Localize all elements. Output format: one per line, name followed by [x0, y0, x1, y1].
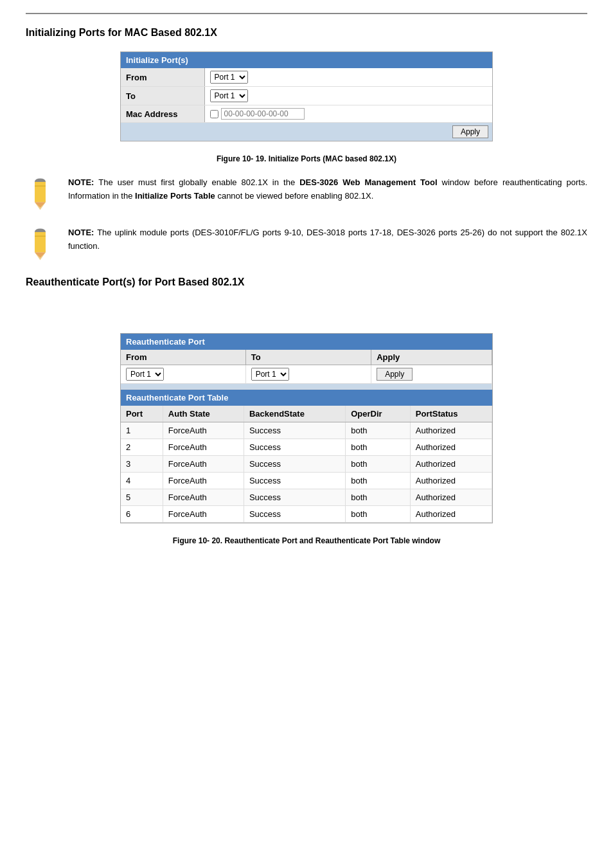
cell-port: 6: [121, 506, 163, 523]
reauth-to-select[interactable]: Port 1 Port 2 Port 3 Port 4 Port 5 Port …: [251, 368, 289, 381]
note1-prefix: NOTE: The user must first globally enabl…: [68, 177, 587, 201]
init-figure-caption: Figure 10- 19. Initialize Ports (MAC bas…: [26, 154, 587, 163]
note1-icon: [26, 176, 58, 213]
cell-auth_state: ForceAuth: [163, 456, 244, 473]
from-cell: Port 1 Port 2 Port 3 Port 4 Port 5 Port …: [204, 68, 492, 87]
svg-rect-1: [35, 181, 46, 202]
cell-oper_dir: both: [346, 489, 411, 506]
mac-row: Mac Address: [121, 105, 492, 123]
mac-cell: [204, 105, 492, 123]
cell-auth_state: ForceAuth: [163, 422, 244, 439]
from-label: From: [121, 68, 204, 87]
cell-port_status: Authorized: [410, 506, 492, 523]
cell-port: 2: [121, 439, 163, 456]
mac-label: Mac Address: [121, 105, 204, 123]
cell-oper_dir: both: [346, 456, 411, 473]
table-row: 5ForceAuthSuccessbothAuthorized: [121, 489, 492, 506]
to-cell: Port 1 Port 2 Port 3 Port 4 Port 5 Port …: [204, 87, 492, 105]
init-table-header: Initialize Port(s): [121, 52, 492, 68]
pencil-icon-1: [26, 176, 55, 212]
cell-port_status: Authorized: [410, 489, 492, 506]
col-backend-state: BackendState: [244, 406, 345, 422]
reauth-form-table: From To Apply Port 1 Port 2 Port 3 Port …: [121, 350, 492, 390]
cell-port_status: Authorized: [410, 422, 492, 439]
col-port: Port: [121, 406, 163, 422]
col-auth-state: Auth State: [163, 406, 244, 422]
reauth-header-row: From To Apply: [121, 350, 492, 365]
cell-oper_dir: both: [346, 506, 411, 523]
port-table-header: Reauthenticate Port Table: [121, 390, 492, 406]
to-select[interactable]: Port 1 Port 2 Port 3 Port 4 Port 5 Port …: [210, 89, 248, 102]
cell-port: 5: [121, 489, 163, 506]
note1-section: NOTE: The user must first globally enabl…: [26, 176, 587, 213]
cell-backend_state: Success: [244, 489, 345, 506]
initialize-ports-wrapper: Initialize Port(s) From Port 1 Port 2 Po…: [120, 51, 493, 141]
reauth-from-header: From: [121, 350, 245, 365]
table-row: 6ForceAuthSuccessbothAuthorized: [121, 506, 492, 523]
mac-checkbox[interactable]: [210, 110, 218, 118]
cell-oper_dir: both: [346, 439, 411, 456]
table-row: 3ForceAuthSuccessbothAuthorized: [121, 456, 492, 473]
init-form-table: From Port 1 Port 2 Port 3 Port 4 Port 5 …: [121, 68, 492, 123]
reauth-table-header: Reauthenticate Port: [121, 334, 492, 350]
cell-backend_state: Success: [244, 439, 345, 456]
reauth-figure-caption: Figure 10- 20. Reauthenticate Port and R…: [26, 536, 587, 545]
reauth-from-select[interactable]: Port 1 Port 2 Port 3 Port 4 Port 5 Port …: [126, 368, 164, 381]
cell-port: 3: [121, 456, 163, 473]
cell-oper_dir: both: [346, 422, 411, 439]
svg-marker-3: [35, 203, 46, 208]
col-port-status: PortStatus: [410, 406, 492, 422]
cell-port: 1: [121, 422, 163, 439]
top-border: [26, 13, 587, 14]
reauth-inputs-row: Port 1 Port 2 Port 3 Port 4 Port 5 Port …: [121, 365, 492, 384]
cell-backend_state: Success: [244, 506, 345, 523]
cell-port: 4: [121, 473, 163, 489]
table-row: 4ForceAuthSuccessbothAuthorized: [121, 473, 492, 489]
cell-port_status: Authorized: [410, 456, 492, 473]
note2-text: NOTE: The uplink module ports (DES-3010F…: [68, 226, 587, 253]
port-data-table: Port Auth State BackendState OperDir Por…: [121, 406, 492, 523]
col-oper-dir: OperDir: [346, 406, 411, 422]
to-label: To: [121, 87, 204, 105]
svg-rect-7: [35, 231, 46, 252]
page-heading: Initializing Ports for MAC Based 802.1X: [26, 27, 587, 39]
reauth-spacer-row: [121, 384, 492, 390]
mac-input[interactable]: [221, 108, 305, 120]
cell-backend_state: Success: [244, 473, 345, 489]
reauth-to-cell: Port 1 Port 2 Port 3 Port 4 Port 5 Port …: [245, 365, 371, 384]
reauth-wrapper: Reauthenticate Port From To Apply Port 1…: [120, 333, 493, 523]
from-row: From Port 1 Port 2 Port 3 Port 4 Port 5 …: [121, 68, 492, 87]
cell-port_status: Authorized: [410, 439, 492, 456]
cell-oper_dir: both: [346, 473, 411, 489]
to-row: To Port 1 Port 2 Port 3 Port 4 Port 5 Po…: [121, 87, 492, 105]
init-apply-row: Apply: [121, 123, 492, 141]
from-select[interactable]: Port 1 Port 2 Port 3 Port 4 Port 5 Port …: [210, 71, 248, 84]
cell-auth_state: ForceAuth: [163, 506, 244, 523]
note2-icon: [26, 226, 58, 264]
port-table-header-row: Port Auth State BackendState OperDir Por…: [121, 406, 492, 422]
note1-text: NOTE: The user must first globally enabl…: [68, 176, 587, 203]
reauth-apply-button[interactable]: Apply: [377, 368, 413, 381]
cell-auth_state: ForceAuth: [163, 473, 244, 489]
cell-auth_state: ForceAuth: [163, 489, 244, 506]
table-row: 2ForceAuthSuccessbothAuthorized: [121, 439, 492, 456]
reauth-divider: [121, 384, 492, 390]
cell-auth_state: ForceAuth: [163, 439, 244, 456]
pencil-icon-2: [26, 226, 55, 262]
cell-port_status: Authorized: [410, 473, 492, 489]
cell-backend_state: Success: [244, 456, 345, 473]
reauth-apply-cell: Apply: [371, 365, 492, 384]
init-apply-button[interactable]: Apply: [452, 125, 488, 138]
reauth-from-cell: Port 1 Port 2 Port 3 Port 4 Port 5 Port …: [121, 365, 245, 384]
table-row: 1ForceAuthSuccessbothAuthorized: [121, 422, 492, 439]
reauth-to-header: To: [245, 350, 371, 365]
cell-backend_state: Success: [244, 422, 345, 439]
svg-marker-9: [35, 253, 46, 258]
reauth-apply-header: Apply: [371, 350, 492, 365]
note2-section: NOTE: The uplink module ports (DES-3010F…: [26, 226, 587, 264]
reauth-heading: Reauthenticate Port(s) for Port Based 80…: [26, 276, 587, 288]
